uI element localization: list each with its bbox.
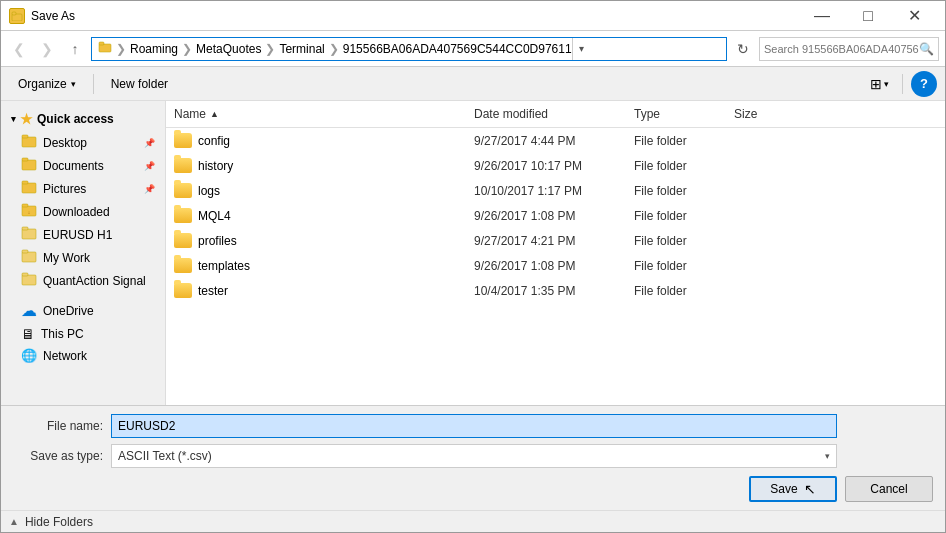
file-date: 9/26/2017 1:08 PM: [466, 206, 626, 226]
svg-rect-15: [22, 252, 36, 262]
folder-icon: [174, 283, 192, 298]
file-date: 9/27/2017 4:21 PM: [466, 231, 626, 251]
save-label: Save: [770, 482, 797, 496]
sidebar-network-label: Network: [43, 349, 87, 363]
maximize-button[interactable]: □: [845, 1, 891, 31]
svg-rect-9: [22, 181, 28, 184]
back-button[interactable]: ❮: [7, 37, 31, 61]
file-list-header: Name ▲ Date modified Type Size: [166, 101, 945, 128]
file-date: 9/26/2017 10:17 PM: [466, 156, 626, 176]
folder-icon: [174, 208, 192, 223]
sidebar-item-mywork[interactable]: My Work: [1, 246, 165, 269]
column-name[interactable]: Name ▲: [166, 105, 466, 123]
sidebar-item-onedrive[interactable]: ☁ OneDrive: [1, 298, 165, 323]
help-button[interactable]: ?: [911, 71, 937, 97]
svg-rect-14: [22, 227, 28, 230]
file-date: 9/26/2017 1:08 PM: [466, 256, 626, 276]
breadcrumb-guid: 915566BA06ADA407569C544CC0D97611: [343, 42, 572, 56]
desktop-pin-icon: 📌: [144, 138, 155, 148]
folder-icon: [174, 258, 192, 273]
column-type[interactable]: Type: [626, 105, 726, 123]
file-size: [726, 163, 806, 169]
sidebar-item-desktop[interactable]: Desktop 📌: [1, 131, 165, 154]
sidebar-item-quantaction[interactable]: QuantAction Signal: [1, 269, 165, 292]
svg-rect-6: [22, 160, 36, 170]
breadcrumb-folder-icon: [98, 41, 112, 56]
documents-folder-icon: [21, 157, 37, 174]
svg-rect-4: [22, 137, 36, 147]
file-cell-name: MQL4: [166, 205, 466, 226]
sidebar-item-network[interactable]: 🌐 Network: [1, 345, 165, 366]
col-name-label: Name: [174, 107, 206, 121]
folder-icon: [174, 183, 192, 198]
file-cell-name: config: [166, 130, 466, 151]
file-size: [726, 288, 806, 294]
sidebar-item-pictures[interactable]: Pictures 📌: [1, 177, 165, 200]
sidebar-item-eurusdh1[interactable]: EURUSD H1: [1, 223, 165, 246]
svg-rect-13: [22, 229, 36, 239]
breadcrumb[interactable]: ❯ Roaming ❯ MetaQuotes ❯ Terminal ❯ 9155…: [91, 37, 727, 61]
filetype-select[interactable]: ASCII Text (*.csv) ▾: [111, 444, 837, 468]
quantaction-folder-icon: [21, 272, 37, 289]
file-type: File folder: [626, 256, 726, 276]
sidebar-item-documents[interactable]: Documents 📌: [1, 154, 165, 177]
filename-row: File name:: [13, 414, 933, 438]
up-button[interactable]: ↑: [63, 37, 87, 61]
column-size[interactable]: Size: [726, 105, 806, 123]
toolbar-separator: [93, 74, 94, 94]
eurusdh1-folder-icon: [21, 226, 37, 243]
file-type: File folder: [626, 181, 726, 201]
svg-rect-18: [22, 273, 28, 276]
breadcrumb-dropdown[interactable]: ▾: [572, 37, 590, 61]
file-name: history: [198, 159, 233, 173]
sidebar-item-downloaded[interactable]: ↓ Downloaded: [1, 200, 165, 223]
svg-rect-11: [22, 204, 28, 207]
table-row[interactable]: config 9/27/2017 4:44 PM File folder: [166, 128, 945, 153]
main-content: ▾ ★ Quick access Desktop 📌: [1, 101, 945, 405]
file-cell-name: templates: [166, 255, 466, 276]
file-list: Name ▲ Date modified Type Size config 9/…: [166, 101, 945, 405]
table-row[interactable]: tester 10/4/2017 1:35 PM File folder: [166, 278, 945, 303]
file-cell-name: history: [166, 155, 466, 176]
bottom-bar: File name: Save as type: ASCII Text (*.c…: [1, 405, 945, 510]
organize-button[interactable]: Organize ▾: [9, 71, 85, 97]
onedrive-icon: ☁: [21, 301, 37, 320]
table-row[interactable]: MQL4 9/26/2017 1:08 PM File folder: [166, 203, 945, 228]
cancel-button[interactable]: Cancel: [845, 476, 933, 502]
new-folder-button[interactable]: New folder: [102, 71, 177, 97]
file-name: templates: [198, 259, 250, 273]
table-row[interactable]: templates 9/26/2017 1:08 PM File folder: [166, 253, 945, 278]
hide-folders-bar[interactable]: ▲ Hide Folders: [1, 510, 945, 532]
svg-rect-7: [22, 158, 28, 161]
title-bar: Save As — □ ✕: [1, 1, 945, 31]
quick-access-label: Quick access: [37, 112, 114, 126]
sidebar-item-thispc[interactable]: 🖥 This PC: [1, 323, 165, 345]
title-controls: — □ ✕: [799, 1, 937, 31]
svg-rect-16: [22, 250, 28, 253]
svg-rect-1: [12, 12, 16, 15]
table-row[interactable]: profiles 9/27/2017 4:21 PM File folder: [166, 228, 945, 253]
hide-folders-label: Hide Folders: [25, 515, 93, 529]
table-row[interactable]: logs 10/10/2017 1:17 PM File folder: [166, 178, 945, 203]
close-button[interactable]: ✕: [891, 1, 937, 31]
column-date[interactable]: Date modified: [466, 105, 626, 123]
file-size: [726, 138, 806, 144]
search-box: 🔍: [759, 37, 939, 61]
new-folder-label: New folder: [111, 77, 168, 91]
search-icon[interactable]: 🔍: [919, 42, 934, 56]
view-button[interactable]: ⊞ ▾: [865, 71, 894, 97]
file-date: 9/27/2017 4:44 PM: [466, 131, 626, 151]
sidebar-quick-access-header[interactable]: ▾ ★ Quick access: [1, 105, 165, 131]
save-button[interactable]: Save ↖: [749, 476, 837, 502]
view-icon: ⊞: [870, 76, 882, 92]
forward-button[interactable]: ❯: [35, 37, 59, 61]
pictures-pin-icon: 📌: [144, 184, 155, 194]
filename-input[interactable]: [111, 414, 837, 438]
cancel-label: Cancel: [870, 482, 907, 496]
file-date: 10/4/2017 1:35 PM: [466, 281, 626, 301]
refresh-button[interactable]: ↻: [731, 37, 755, 61]
table-row[interactable]: history 9/26/2017 10:17 PM File folder: [166, 153, 945, 178]
documents-pin-icon: 📌: [144, 161, 155, 171]
minimize-button[interactable]: —: [799, 1, 845, 31]
search-input[interactable]: [764, 43, 919, 55]
